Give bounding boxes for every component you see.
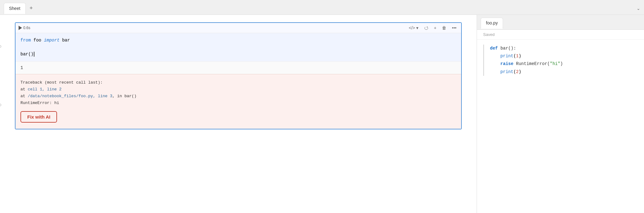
keyword-from: from — [20, 38, 31, 43]
plus-icon: + — [434, 25, 436, 30]
add-icon: + — [29, 5, 33, 11]
gutter-dot-bottom — [0, 104, 1, 106]
cell-wrapper: 0.6s </> ▾ ⭯ + 🗑 • — [5, 19, 472, 133]
cell-toolbar: 0.6s </> ▾ ⭯ + 🗑 • — [15, 23, 461, 33]
file-tab-bar: foo.py — [477, 15, 644, 30]
cell-output: 1 — [15, 61, 461, 74]
gutter-dot-top — [0, 45, 1, 48]
delete-button[interactable]: 🗑 — [440, 25, 448, 31]
line-gutter-4 — [483, 68, 485, 76]
line-gutter-1 — [483, 45, 485, 52]
add-cell-button[interactable]: + — [432, 25, 438, 31]
more-button[interactable]: ••• — [450, 25, 458, 31]
error-output: Traceback (most recent call last): at ce… — [15, 74, 461, 128]
ellipsis-icon: ••• — [452, 25, 457, 30]
file-tab[interactable]: foo.py — [481, 18, 503, 29]
keyword-import: import — [44, 38, 60, 43]
traceback-header: Traceback (most recent call last): — [20, 79, 456, 86]
run-time: 0.6s — [23, 26, 30, 30]
raise-error: raise RuntimeError("hi") — [490, 60, 563, 68]
trash-icon: 🗑 — [442, 25, 446, 30]
tab-bar: Sheet + ⌄ — [0, 0, 644, 15]
code-line-1: from foo import bar — [20, 37, 456, 44]
add-tab-button[interactable]: + — [27, 4, 36, 13]
code-line-2: bar() — [20, 51, 456, 58]
line-gutter-2 — [483, 52, 485, 60]
loop-icon: ⭯ — [424, 25, 428, 30]
file-line-1: def bar(): — [483, 45, 638, 52]
error-message: RuntimeError: hi — [20, 100, 456, 106]
traceback-line2-pre: at — [20, 94, 28, 98]
notebook-panel: 0.6s </> ▾ ⭯ + 🗑 • — [0, 15, 477, 213]
file-line-4: print(2) — [483, 68, 638, 76]
run-button[interactable]: 0.6s — [19, 26, 30, 30]
traceback-line1: at cell 1, line 2 — [20, 86, 456, 93]
def-keyword: def bar(): — [490, 45, 516, 52]
code-editor[interactable]: from foo import bar bar() — [15, 33, 461, 61]
file-line-3: raise RuntimeError("hi") — [483, 60, 638, 68]
traceback-line2-post: , in bar() — [112, 94, 136, 98]
traceback-file-link[interactable]: /data/notebook_files/foo.py, line 3 — [28, 94, 112, 98]
fix-with-ai-button[interactable]: Fix with AI — [20, 111, 57, 123]
line-gutter-3 — [483, 60, 485, 68]
text-cursor — [34, 52, 34, 57]
tab-dropdown-icon[interactable]: ⌄ — [637, 6, 640, 11]
print-2: print(2) — [490, 68, 521, 76]
code-name: bar — [62, 38, 70, 43]
print-1: print(1) — [490, 52, 521, 60]
cell-gutter — [0, 19, 1, 133]
loop-button[interactable]: ⭯ — [422, 25, 430, 31]
code-module: foo — [33, 38, 44, 43]
code-cell: 0.6s </> ▾ ⭯ + 🗑 • — [15, 22, 462, 129]
sheet-tab-label: Sheet — [9, 6, 20, 11]
main-content: 0.6s </> ▾ ⭯ + 🗑 • — [0, 15, 644, 213]
file-code-view: def bar(): print(1) raise RuntimeError("… — [477, 40, 644, 213]
file-status: Saved — [477, 30, 644, 40]
sheet-tab[interactable]: Sheet — [4, 3, 26, 14]
traceback-cell-link[interactable]: cell 1, line 2 — [28, 87, 61, 92]
output-value: 1 — [20, 65, 23, 70]
traceback-line2: at /data/notebook_files/foo.py, line 3, … — [20, 93, 456, 100]
code-view-button[interactable]: </> ▾ — [407, 25, 420, 31]
traceback-line1-pre: at — [20, 87, 28, 92]
code-view-icon: </> ▾ — [409, 25, 418, 30]
file-tab-label: foo.py — [486, 20, 498, 25]
file-line-2: print(1) — [483, 52, 638, 60]
run-icon — [19, 26, 22, 30]
code-call: bar() — [20, 52, 33, 57]
file-panel: foo.py Saved def bar(): print(1) raise R… — [477, 15, 644, 213]
